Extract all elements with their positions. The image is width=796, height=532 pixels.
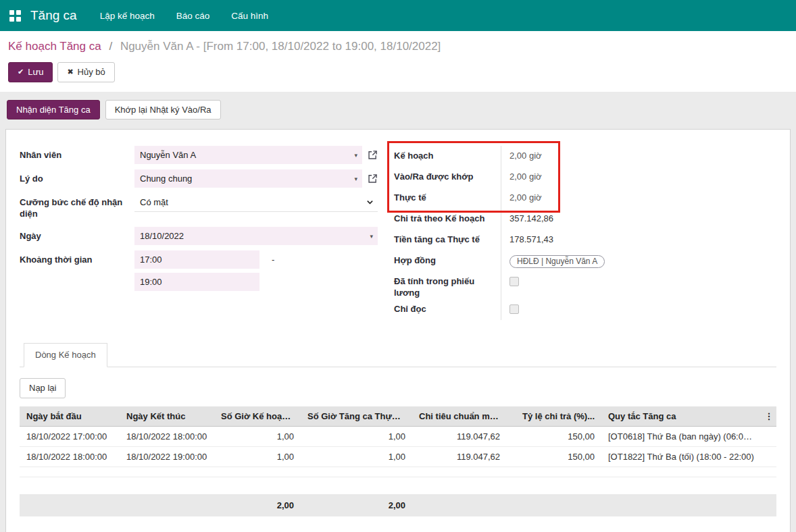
app-window: Tăng ca Lập kế hoạch Báo cáo Cấu hình Kế… — [0, 0, 796, 532]
plan-lines-table: Ngày bắt đầu Ngày Kết thúc Số Giờ Kế hoạ… — [20, 406, 776, 517]
cell-pay-rate[interactable]: 150,00 — [507, 426, 601, 446]
col-header-standard-pay[interactable]: Chi tiêu chuẩn mỗi giờ — [412, 406, 507, 427]
save-button[interactable]: ✔ Lưu — [8, 62, 53, 82]
menu-cau-hinh[interactable]: Cấu hình — [231, 11, 268, 21]
control-panel: Kế hoạch Tăng ca / Nguyễn Văn A - [From … — [0, 31, 796, 92]
optional-columns-icon[interactable]: ⋮ — [762, 406, 776, 427]
dropdown-caret-icon[interactable]: ▾ — [354, 176, 357, 182]
rematch-attendance-button[interactable]: Khớp lại Nhật ký Vào/Ra — [105, 100, 221, 120]
external-link-icon[interactable] — [368, 174, 378, 184]
col-header-planned-hours[interactable]: Số Giờ Kế hoạch... — [214, 406, 301, 427]
reason-input[interactable]: Chung chung ▾ — [134, 169, 362, 188]
recognize-overtime-label: Nhận diện Tăng ca — [16, 105, 91, 115]
reason-field-wrap: Chung chung ▾ — [134, 169, 378, 188]
spacer-row — [20, 477, 776, 494]
notebook: Dòng Kế hoạch Nạp lại Ngày bắt đầu — [20, 343, 776, 516]
time-range-label: Khoảng thời gian — [20, 250, 134, 291]
close-icon: ✖ — [67, 68, 73, 76]
discard-button[interactable]: ✖ Hủy bỏ — [57, 62, 114, 82]
in-payslip-checkbox[interactable] — [509, 277, 519, 286]
form-right-column: Kế hoạch 2,00 giờ Vào/Ra được khớp 2,00 … — [384, 146, 776, 320]
col-header-overtime-rule[interactable]: Quy tắc Tăng ca — [601, 406, 762, 427]
employee-field-wrap: Nguyễn Văn A ▾ — [134, 146, 378, 164]
rematch-attendance-label: Khớp lại Nhật ký Vào/Ra — [115, 105, 212, 115]
date-input[interactable]: 18/10/2022 ▾ — [134, 227, 378, 245]
mode-select[interactable]: Có mặt — [134, 193, 378, 212]
notebook-tabs: Dòng Kế hoạch — [20, 343, 776, 367]
cell-actual-hours[interactable]: 1,00 — [301, 446, 412, 467]
breadcrumb: Kế hoạch Tăng ca / Nguyễn Văn A - [From … — [8, 39, 788, 54]
dropdown-caret-icon[interactable]: ▾ — [354, 152, 357, 159]
breadcrumb-parent-link[interactable]: Kế hoạch Tăng ca — [8, 40, 101, 53]
apps-grid-square — [9, 10, 14, 15]
cell-overtime-rule[interactable]: [OT1822] Thứ Ba (tối) (18:00 - 22:00) — [601, 446, 762, 467]
date-label: Ngày — [20, 227, 134, 245]
reload-button-label: Nạp lại — [29, 383, 56, 394]
page-body: Nhận diện Tăng ca Khớp lại Nhật ký Vào/R… — [0, 92, 796, 532]
cell-pay-rate[interactable]: 150,00 — [507, 446, 601, 467]
time-range-separator: - — [272, 255, 274, 265]
apps-grid-square — [9, 17, 14, 22]
external-link-icon[interactable] — [368, 150, 378, 160]
col-header-actual-hours[interactable]: Số Giờ Tăng ca Thực tế — [301, 406, 412, 427]
table-row[interactable]: 18/10/2022 17:00:00 18/10/2022 18:00:00 … — [20, 426, 776, 446]
action-buttons: ✔ Lưu ✖ Hủy bỏ — [8, 62, 788, 82]
cell-standard-pay[interactable]: 119.047,62 — [412, 426, 507, 446]
menu-lap-ke-hoach[interactable]: Lập kế hoạch — [100, 11, 155, 21]
readonly-row: Chỉ đọc — [394, 299, 776, 320]
recognize-overtime-button[interactable]: Nhận diện Tăng ca — [7, 100, 100, 120]
cell-actual-hours[interactable]: 1,00 — [301, 426, 412, 446]
mode-label: Cưỡng bức chế độ nhận diện — [20, 193, 134, 220]
app-title[interactable]: Tăng ca — [30, 8, 77, 23]
table-header-row: Ngày bắt đầu Ngày Kết thúc Số Giờ Kế hoạ… — [20, 406, 776, 427]
in-payslip-row: Đã tính trong phiếu lương — [394, 271, 776, 299]
cell-start-date[interactable]: 18/10/2022 18:00:00 — [20, 446, 120, 467]
empty-row[interactable] — [20, 467, 776, 477]
col-header-start-date[interactable]: Ngày bắt đầu — [20, 406, 120, 427]
total-blank — [20, 494, 120, 516]
table-row[interactable]: 18/10/2022 18:00:00 18/10/2022 19:00:00 … — [20, 446, 776, 467]
empty-row-cell[interactable] — [20, 467, 776, 477]
cell-end-date[interactable]: 18/10/2022 18:00:00 — [120, 426, 214, 446]
total-blank — [601, 494, 762, 516]
cell-blank — [762, 426, 776, 446]
cell-planned-hours[interactable]: 1,00 — [214, 426, 301, 446]
actual-pay-row: Tiền tăng ca Thực tế 178.571,43 — [394, 230, 776, 250]
menu-bao-cao[interactable]: Báo cáo — [176, 11, 210, 21]
time-range-field-wrap: 17:00 - 19:00 — [134, 250, 378, 291]
reason-value: Chung chung — [140, 174, 192, 184]
planned-hours-value: 2,00 giờ — [501, 146, 776, 167]
total-blank — [762, 494, 776, 516]
mode-value: Có mặt — [140, 197, 168, 207]
cell-overtime-rule[interactable]: [OT0618] Thứ Ba (ban ngày) (06:00 - 18:.… — [601, 426, 762, 446]
readonly-checkbox[interactable] — [509, 304, 519, 314]
time-to-input[interactable]: 19:00 — [134, 273, 259, 291]
form-left-column: Nhân viên Nguyễn Văn A ▾ — [20, 146, 384, 320]
cell-start-date[interactable]: 18/10/2022 17:00:00 — [20, 426, 120, 446]
contract-badge[interactable]: HĐLĐ | Nguyễn Văn A — [509, 255, 605, 268]
col-header-end-date[interactable]: Ngày Kết thúc — [120, 406, 214, 427]
employee-input[interactable]: Nguyễn Văn A ▾ — [134, 146, 362, 164]
date-value: 18/10/2022 — [140, 231, 184, 241]
reload-button[interactable]: Nạp lại — [20, 378, 66, 398]
time-from-value: 17:00 — [140, 255, 162, 265]
contract-row: Hợp đồng HĐLĐ | Nguyễn Văn A — [394, 250, 776, 271]
actual-hours-value: 2,00 giờ — [501, 188, 776, 209]
cell-standard-pay[interactable]: 119.047,62 — [412, 446, 507, 467]
dropdown-caret-icon[interactable]: ▾ — [370, 233, 373, 240]
tab-dong-ke-hoach[interactable]: Dòng Kế hoạch — [24, 343, 107, 367]
mode-field-wrap: Có mặt — [134, 193, 378, 220]
apps-grid-square — [16, 10, 21, 15]
col-header-pay-rate[interactable]: Tỷ lệ chi trả (%)... — [507, 406, 601, 427]
contract-value-wrap: HĐLĐ | Nguyễn Văn A — [501, 250, 776, 271]
apps-grid-square — [16, 17, 21, 22]
planned-pay-label: Chi trả theo Kế hoạch — [394, 209, 501, 230]
employee-value: Nguyễn Văn A — [140, 150, 196, 160]
cell-planned-hours[interactable]: 1,00 — [214, 446, 301, 467]
apps-grid-icon[interactable] — [9, 10, 21, 22]
matched-hours-label: Vào/Ra được khớp — [394, 167, 501, 188]
readonly-label: Chỉ đọc — [394, 299, 501, 320]
cell-end-date[interactable]: 18/10/2022 19:00:00 — [120, 446, 214, 467]
contract-label: Hợp đồng — [394, 250, 501, 271]
time-from-input[interactable]: 17:00 — [134, 250, 259, 269]
